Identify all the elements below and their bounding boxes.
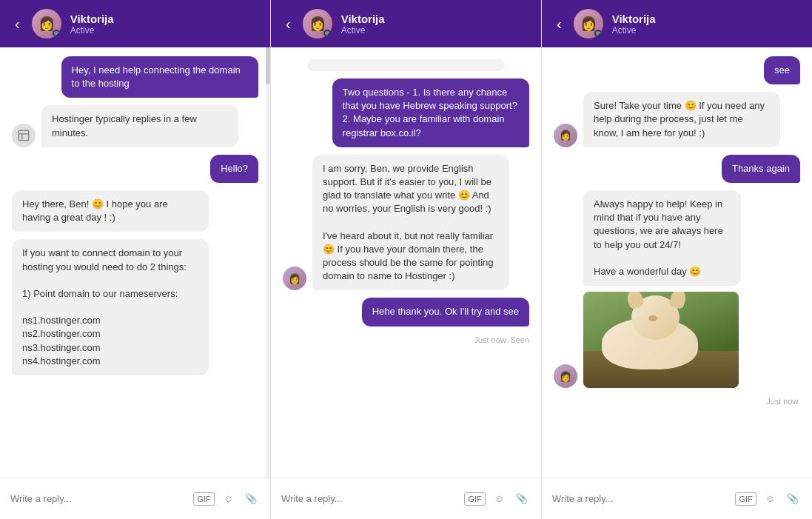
chat-input-area-3: GIF ☺ 📎 [542, 478, 812, 519]
message-bubble: I am sorry, Ben, we provide English supp… [312, 155, 509, 291]
chat-input-3[interactable] [552, 493, 729, 504]
messages-area-3: see 👩 Sure! Take your time 😊 If you need… [542, 47, 812, 478]
attach-button-3[interactable]: 📎 [784, 492, 802, 506]
header-name-2: Viktorija [341, 13, 529, 25]
message-row: Hostinger typically replies in a few min… [12, 105, 258, 147]
status-dot-3 [594, 30, 602, 37]
message-bubble: Hello? [210, 155, 258, 183]
message-bubble: Always happy to help! Keep in mind that … [583, 190, 741, 286]
chat-panel-1: ‹ 👩 Viktorija Active Hey, I need help co… [0, 0, 271, 519]
dog-image [583, 292, 739, 388]
attach-button-1[interactable]: 📎 [242, 492, 260, 506]
bot-icon [12, 124, 36, 147]
chat-panel-2: ‹ 👩 Viktorija Active Two questions - 1. … [271, 0, 542, 519]
header-name-3: Viktorija [612, 13, 800, 25]
message-row: Hey, I need help connecting the domain t… [12, 56, 258, 98]
chat-panel-3: ‹ 👩 Viktorija Active see 👩 Sure! Take yo… [542, 0, 812, 519]
message-bubble: Hostinger typically replies in a few min… [41, 105, 238, 147]
faded-message [307, 59, 504, 71]
header-info-3: Viktorija Active [612, 13, 800, 36]
header-status-1: Active [70, 25, 258, 36]
header-status-3: Active [612, 25, 800, 36]
emoji-button-2[interactable]: ☺ [491, 492, 507, 506]
chat-input-area-2: GIF ☺ 📎 [271, 478, 541, 519]
scrollbar-thumb[interactable] [266, 47, 270, 84]
chat-header-2: ‹ 👩 Viktorija Active [271, 0, 541, 47]
avatar-2: 👩 [303, 9, 332, 38]
message-row: see [554, 56, 800, 84]
attach-button-2[interactable]: 📎 [513, 492, 531, 506]
message-meta-3: Just now. [554, 397, 800, 406]
message-with-image: Always happy to help! Keep in mind that … [583, 190, 780, 388]
back-button-3[interactable]: ‹ [554, 16, 565, 33]
message-row: Two questions - 1. Is there any chance t… [283, 78, 529, 147]
message-row: 👩 Sure! Take your time 😊 If you need any… [554, 92, 800, 147]
chat-input-2[interactable] [281, 493, 458, 504]
avatar-small-2: 👩 [283, 267, 306, 290]
message-bubble: Hey, I need help connecting the domain t… [61, 56, 258, 98]
header-info-1: Viktorija Active [70, 13, 258, 36]
chat-input-1[interactable] [10, 493, 187, 504]
message-bubble: see [764, 56, 800, 84]
header-name-1: Viktorija [70, 13, 258, 25]
chat-input-area-1: GIF ☺ 📎 [0, 478, 270, 519]
message-row: 👩 I am sorry, Ben, we provide English su… [283, 155, 529, 291]
message-row: 👩 Always happy to help! Keep in mind tha… [554, 190, 800, 388]
messages-area-1: Hey, I need help connecting the domain t… [0, 47, 270, 478]
message-row: Hey there, Ben! 😊 I hope you are having … [12, 190, 258, 232]
chat-header-3: ‹ 👩 Viktorija Active [542, 0, 812, 47]
gif-button-2[interactable]: GIF [464, 492, 485, 506]
gif-button-1[interactable]: GIF [193, 492, 214, 506]
avatar-small-3a: 👩 [554, 124, 577, 147]
status-dot-1 [53, 30, 60, 37]
message-row: Thanks again [554, 155, 800, 183]
message-bubble: Hey there, Ben! 😊 I hope you are having … [12, 190, 209, 232]
message-bubble: Hehe thank you. Ok I'll try and see [362, 298, 529, 326]
message-bubble: Sure! Take your time 😊 If you need any h… [583, 92, 780, 147]
message-meta-2: Just now. Seen [283, 335, 529, 344]
emoji-button-1[interactable]: ☺ [221, 492, 236, 506]
back-button-2[interactable]: ‹ [283, 16, 294, 33]
chat-header-1: ‹ 👩 Viktorija Active [0, 0, 270, 47]
message-bubble: If you want to connect domain to your ho… [12, 239, 209, 375]
back-button-1[interactable]: ‹ [12, 16, 23, 33]
svg-rect-0 [19, 130, 29, 141]
avatar-3: 👩 [574, 9, 603, 38]
messages-area-2: Two questions - 1. Is there any chance t… [271, 47, 541, 478]
status-dot-2 [323, 30, 331, 37]
avatar-1: 👩 [32, 9, 61, 38]
gif-button-3[interactable]: GIF [735, 492, 756, 506]
header-status-2: Active [341, 25, 529, 36]
scrollbar-track[interactable] [266, 47, 270, 478]
message-row: If you want to connect domain to your ho… [12, 239, 258, 375]
message-bubble: Thanks again [722, 155, 800, 183]
message-bubble: Two questions - 1. Is there any chance t… [332, 78, 529, 147]
avatar-small-3b: 👩 [554, 364, 577, 388]
header-info-2: Viktorija Active [341, 13, 529, 36]
emoji-button-3[interactable]: ☺ [762, 492, 778, 506]
message-row: Hello? [12, 155, 258, 183]
message-row: Hehe thank you. Ok I'll try and see [283, 298, 529, 326]
